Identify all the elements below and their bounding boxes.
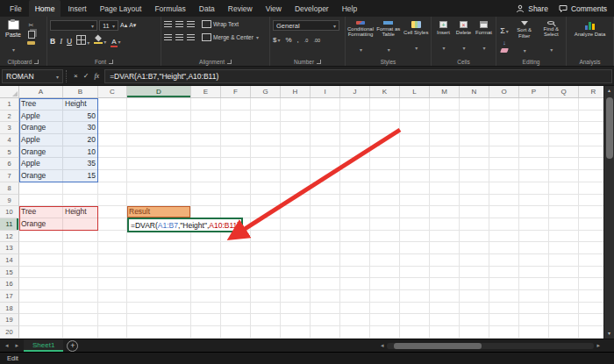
cell-G20[interactable] xyxy=(251,326,281,339)
row-header-11[interactable]: 11 xyxy=(0,218,19,231)
cell-P5[interactable] xyxy=(519,146,549,159)
cell-N11[interactable] xyxy=(460,218,489,231)
cell-D19[interactable] xyxy=(127,314,191,326)
cell-C2[interactable] xyxy=(98,111,127,123)
comma-style-button[interactable]: , xyxy=(297,36,299,44)
analyze-data-button[interactable]: Analyze Data xyxy=(570,20,610,55)
name-box-divider[interactable] xyxy=(66,70,68,82)
cell-E13[interactable] xyxy=(191,242,221,254)
cell-P1[interactable] xyxy=(519,98,549,111)
tab-help[interactable]: Help xyxy=(336,0,363,17)
cell-F16[interactable] xyxy=(221,278,251,290)
cell-E10[interactable] xyxy=(191,206,221,218)
delete-cells-button[interactable]: × Delete xyxy=(454,20,473,55)
row-header-15[interactable]: 15 xyxy=(0,267,19,279)
cell-K3[interactable] xyxy=(370,122,400,134)
cell-Q12[interactable] xyxy=(549,231,579,243)
tab-view[interactable]: View xyxy=(260,0,288,17)
cell-O4[interactable] xyxy=(489,134,519,146)
align-left-icon[interactable] xyxy=(164,34,172,40)
cell-G4[interactable] xyxy=(251,134,281,146)
percent-style-button[interactable]: % xyxy=(285,36,291,44)
cell-G17[interactable] xyxy=(251,290,281,303)
cell-J8[interactable] xyxy=(340,182,370,195)
cell-P18[interactable] xyxy=(519,303,549,315)
cell-N17[interactable] xyxy=(460,290,489,303)
merge-center-button[interactable]: Merge & Center xyxy=(202,33,259,41)
cell-H11[interactable] xyxy=(281,218,311,231)
cell-K10[interactable] xyxy=(370,206,400,218)
cell-G15[interactable] xyxy=(251,267,281,279)
cell-A14[interactable] xyxy=(19,254,63,267)
cell-Q6[interactable] xyxy=(549,158,579,170)
cell-C18[interactable] xyxy=(98,303,127,315)
cell-Q4[interactable] xyxy=(549,134,579,146)
cell-E3[interactable] xyxy=(191,122,221,134)
column-header-H[interactable]: H xyxy=(281,86,311,97)
row-header-10[interactable]: 10 xyxy=(0,206,19,218)
cell-L18[interactable] xyxy=(400,303,430,315)
cell-A13[interactable] xyxy=(19,242,63,254)
font-color-button[interactable]: A xyxy=(111,37,120,46)
cell-B19[interactable] xyxy=(63,314,98,326)
bold-button[interactable]: B xyxy=(50,37,55,46)
cell-H6[interactable] xyxy=(281,158,311,170)
cell-O13[interactable] xyxy=(489,242,519,254)
cell-M11[interactable] xyxy=(430,218,460,231)
cell-K20[interactable] xyxy=(370,326,400,339)
name-box[interactable]: ROMAN xyxy=(2,69,63,83)
cell-B11[interactable] xyxy=(63,218,98,231)
cell-J11[interactable] xyxy=(340,218,370,231)
cell-N19[interactable] xyxy=(460,314,489,326)
comments-button[interactable]: Comments xyxy=(559,4,607,13)
cell-L4[interactable] xyxy=(400,134,430,146)
cell-B13[interactable] xyxy=(63,242,98,254)
tab-file[interactable]: File xyxy=(4,0,28,17)
enter-button[interactable]: ✓ xyxy=(81,72,92,80)
cell-K6[interactable] xyxy=(370,158,400,170)
cell-L5[interactable] xyxy=(400,146,430,159)
cell-E7[interactable] xyxy=(191,170,221,182)
cell-P17[interactable] xyxy=(519,290,549,303)
column-header-F[interactable]: F xyxy=(221,86,251,97)
row-header-2[interactable]: 2 xyxy=(0,111,19,123)
cell-A2[interactable]: Apple xyxy=(19,111,63,123)
cell-F9[interactable] xyxy=(221,195,251,207)
cell-Q10[interactable] xyxy=(549,206,579,218)
cell-O16[interactable] xyxy=(489,278,519,290)
cell-M6[interactable] xyxy=(430,158,460,170)
cell-O1[interactable] xyxy=(489,98,519,111)
column-header-I[interactable]: I xyxy=(311,86,340,97)
sort-filter-button[interactable]: Sort & Filter xyxy=(512,20,537,55)
cell-C20[interactable] xyxy=(98,326,127,339)
cell-A17[interactable] xyxy=(19,290,63,303)
cell-H15[interactable] xyxy=(281,267,311,279)
cell-K11[interactable] xyxy=(370,218,400,231)
scroll-up-icon[interactable]: ▴ xyxy=(608,86,610,96)
cell-D7[interactable] xyxy=(127,170,191,182)
cell-H12[interactable] xyxy=(281,231,311,243)
cell-N1[interactable] xyxy=(460,98,489,111)
cell-E14[interactable] xyxy=(191,254,221,267)
dialog-launcher-icon[interactable] xyxy=(227,60,232,64)
scroll-right-icon[interactable]: ▸ xyxy=(596,342,600,349)
share-button[interactable]: Share xyxy=(516,4,548,13)
cell-K16[interactable] xyxy=(370,278,400,290)
cell-I16[interactable] xyxy=(311,278,340,290)
cell-F13[interactable] xyxy=(221,242,251,254)
cell-J4[interactable] xyxy=(340,134,370,146)
cell-N12[interactable] xyxy=(460,231,489,243)
cell-A8[interactable] xyxy=(19,182,63,195)
cell-B10[interactable]: Height xyxy=(63,206,98,218)
cell-I20[interactable] xyxy=(311,326,340,339)
cell-P11[interactable] xyxy=(519,218,549,231)
cell-D10[interactable]: Result xyxy=(127,206,191,218)
cell-E18[interactable] xyxy=(191,303,221,315)
align-top-icon[interactable] xyxy=(164,21,172,27)
cell-A12[interactable] xyxy=(19,231,63,243)
cell-O19[interactable] xyxy=(489,314,519,326)
font-size-dropdown[interactable]: 11 xyxy=(99,20,118,31)
cell-L14[interactable] xyxy=(400,254,430,267)
cell-K4[interactable] xyxy=(370,134,400,146)
increase-decimal-button[interactable]: .0 xyxy=(304,38,309,43)
